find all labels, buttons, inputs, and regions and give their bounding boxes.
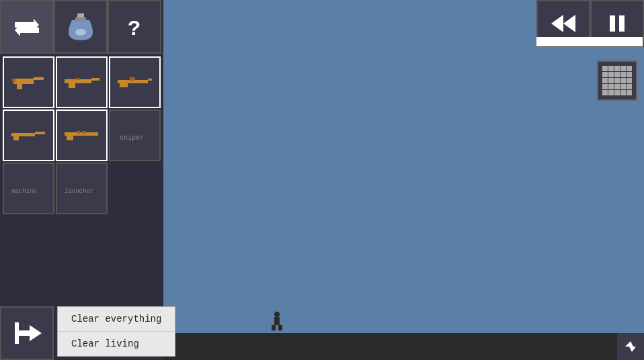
bottom-right-icon[interactable] bbox=[617, 333, 644, 360]
clear-living-button[interactable]: Clear living bbox=[58, 332, 175, 356]
weapon-cell-5[interactable] bbox=[56, 109, 108, 161]
svg-rect-14 bbox=[120, 83, 128, 87]
svg-rect-19 bbox=[65, 132, 98, 136]
svg-rect-22 bbox=[82, 131, 85, 134]
svg-rect-28 bbox=[610, 15, 615, 32]
grid-icon bbox=[602, 66, 632, 95]
svg-rect-36 bbox=[272, 325, 276, 330]
svg-rect-13 bbox=[148, 79, 152, 81]
top-right-controls bbox=[536, 0, 644, 47]
svg-point-34 bbox=[274, 312, 280, 317]
weapon-cell-4[interactable] bbox=[3, 109, 54, 161]
weapon-cell-6[interactable]: sniper bbox=[109, 109, 161, 161]
svg-rect-35 bbox=[274, 317, 280, 325]
toolbar: ? bbox=[0, 0, 163, 54]
svg-rect-33 bbox=[15, 322, 19, 344]
svg-rect-4 bbox=[13, 79, 34, 84]
svg-rect-17 bbox=[35, 132, 45, 134]
weapon-cell-2[interactable] bbox=[56, 56, 108, 108]
svg-rect-7 bbox=[12, 79, 15, 82]
svg-rect-29 bbox=[619, 15, 625, 32]
svg-rect-2 bbox=[75, 17, 86, 21]
svg-point-1 bbox=[75, 29, 86, 36]
game-area bbox=[163, 0, 644, 333]
svg-rect-21 bbox=[77, 131, 80, 134]
swap-button[interactable] bbox=[0, 0, 54, 54]
svg-marker-30 bbox=[625, 341, 636, 352]
grid-toggle-button[interactable] bbox=[597, 60, 637, 101]
svg-rect-5 bbox=[34, 77, 44, 80]
svg-rect-20 bbox=[67, 136, 73, 140]
svg-rect-11 bbox=[75, 78, 79, 80]
weapon-cell-8[interactable]: launcher bbox=[56, 163, 108, 214]
exit-button[interactable] bbox=[0, 306, 54, 360]
svg-text:launcher: launcher bbox=[65, 188, 93, 195]
weapon-cell-3[interactable] bbox=[109, 56, 161, 108]
weapon-cell-1[interactable] bbox=[3, 56, 54, 108]
svg-text:?: ? bbox=[128, 17, 140, 40]
svg-rect-18 bbox=[13, 136, 19, 140]
svg-text:sniper: sniper bbox=[120, 134, 144, 142]
svg-rect-9 bbox=[91, 78, 99, 81]
figure-silhouette bbox=[269, 312, 285, 332]
svg-rect-15 bbox=[130, 77, 135, 81]
bottom-bar bbox=[163, 333, 644, 360]
weapon-cell-7[interactable]: machine bbox=[3, 163, 54, 214]
svg-text:machine: machine bbox=[11, 188, 37, 195]
clear-everything-button[interactable]: Clear everything bbox=[58, 307, 175, 332]
progress-bar[interactable] bbox=[536, 37, 643, 46]
context-menu: Clear everything Clear living bbox=[57, 306, 175, 357]
potion-button[interactable] bbox=[54, 0, 108, 54]
svg-marker-26 bbox=[551, 15, 563, 32]
svg-marker-32 bbox=[30, 325, 42, 341]
svg-rect-16 bbox=[11, 133, 35, 136]
svg-marker-27 bbox=[563, 15, 575, 32]
help-button[interactable]: ? bbox=[108, 0, 161, 54]
weapon-grid: sniper machine launcher bbox=[0, 54, 163, 217]
svg-rect-37 bbox=[278, 325, 282, 330]
svg-rect-6 bbox=[17, 84, 22, 89]
svg-rect-10 bbox=[69, 83, 75, 88]
